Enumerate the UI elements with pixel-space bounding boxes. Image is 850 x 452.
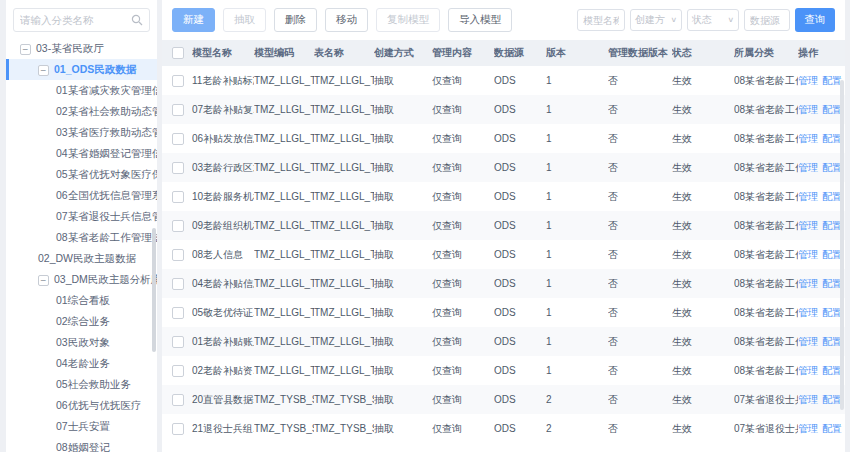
cell-status: 生效 [672, 364, 734, 378]
select-all-checkbox[interactable] [172, 47, 184, 59]
configure-link[interactable]: 配置 [822, 133, 842, 144]
cell-source: ODS [494, 307, 546, 318]
sidebar-scrollbar-thumb[interactable] [152, 228, 156, 352]
tree-item[interactable]: 08婚姻登记 [6, 437, 157, 452]
cell-method: 抽取 [374, 219, 432, 233]
cell-code: TMZ_LLGL_T... [254, 104, 314, 115]
cell-category: 08某省老龄工作管 [734, 132, 798, 146]
tree-item[interactable]: 05某省优抚对象医疗保障系统 [6, 164, 157, 185]
configure-link[interactable]: 配置 [822, 365, 842, 376]
manage-link[interactable]: 管理 [798, 336, 818, 347]
query-button[interactable]: 查询 [795, 8, 835, 32]
manage-link[interactable]: 管理 [798, 104, 818, 115]
configure-link[interactable]: 配置 [822, 336, 842, 347]
manage-link[interactable]: 管理 [798, 162, 818, 173]
collapse-minus-icon[interactable]: − [38, 65, 49, 76]
tree-item-label: 02某省社会救助动态管理系统 [56, 105, 157, 117]
manage-link[interactable]: 管理 [798, 133, 818, 144]
cell-source: ODS [494, 220, 546, 231]
cell-source: ODS [494, 394, 546, 405]
toolbar-button[interactable]: 新建 [172, 8, 215, 32]
cell-table-name: TMZ_LLGL_T... [314, 75, 374, 86]
toolbar-button[interactable]: 导入模型 [448, 8, 512, 32]
tree-item[interactable]: 04老龄业务 [6, 353, 157, 374]
row-checkbox-cell [162, 364, 192, 376]
configure-link[interactable]: 配置 [822, 394, 842, 405]
tree-item[interactable]: 01某省减灾救灾管理信息系统 [6, 80, 157, 101]
table-scrollbar-thumb[interactable] [840, 80, 844, 410]
manage-link[interactable]: 管理 [798, 365, 818, 376]
tree-item[interactable]: 05社会救助业务 [6, 374, 157, 395]
manage-link[interactable]: 管理 [798, 220, 818, 231]
toolbar-button[interactable]: 删除 [274, 8, 317, 32]
configure-link[interactable]: 配置 [822, 278, 842, 289]
tree-item[interactable]: 08某省老龄工作管理信息系统 [6, 227, 157, 248]
collapse-minus-icon[interactable]: − [38, 275, 49, 286]
manage-link[interactable]: 管理 [798, 307, 818, 318]
row-checkbox-cell [162, 422, 192, 434]
cell-status: 生效 [672, 190, 734, 204]
tree-item[interactable]: 06全国优抚信息管理系统 [6, 185, 157, 206]
collapse-minus-icon[interactable]: − [20, 44, 31, 55]
row-checkbox[interactable] [172, 104, 184, 116]
row-checkbox[interactable] [172, 162, 184, 174]
tree-item[interactable]: 02_DW民政主题数据 [6, 248, 157, 269]
row-checkbox[interactable] [172, 307, 184, 319]
configure-link[interactable]: 配置 [822, 191, 842, 202]
tree-item-label: 05某省优抚对象医疗保障系统 [56, 168, 157, 180]
row-checkbox[interactable] [172, 75, 184, 87]
manage-link[interactable]: 管理 [798, 249, 818, 260]
status-filter-select[interactable]: 状态 ∨ [687, 9, 739, 31]
cell-table-name: TMZ_TYSB_S... [314, 423, 374, 434]
manage-link[interactable]: 管理 [798, 394, 818, 405]
cell-method: 抽取 [374, 393, 432, 407]
tree-item[interactable]: −01_ODS民政数据 [6, 59, 157, 80]
row-checkbox[interactable] [172, 278, 184, 290]
datasource-filter-input[interactable] [744, 9, 790, 31]
configure-link[interactable]: 配置 [822, 162, 842, 173]
row-checkbox[interactable] [172, 191, 184, 203]
configure-link[interactable]: 配置 [822, 75, 842, 86]
tree-item[interactable]: 06优抚与优抚医疗 [6, 395, 157, 416]
row-checkbox[interactable] [172, 365, 184, 377]
toolbar-button[interactable]: 移动 [325, 8, 368, 32]
manage-link[interactable]: 管理 [798, 75, 818, 86]
configure-link[interactable]: 配置 [822, 104, 842, 115]
tree-item[interactable]: −03_DM民政主题分析库 [6, 269, 157, 290]
cell-category: 07某省退役士兵信 [734, 393, 798, 407]
category-search[interactable] [13, 8, 150, 32]
tree-item[interactable]: 03民政对象 [6, 332, 157, 353]
manage-link[interactable]: 管理 [798, 191, 818, 202]
category-search-input[interactable] [20, 14, 131, 26]
tree-item[interactable]: 04某省婚姻登记管理信息系统 [6, 143, 157, 164]
cell-content: 仅查询 [432, 364, 494, 378]
tree-item-label: 07某省退役士兵信息管理系统 [56, 210, 157, 222]
cell-name: 09老龄组织机构 [192, 219, 254, 233]
tree-item[interactable]: 07士兵安置 [6, 416, 157, 437]
row-checkbox[interactable] [172, 133, 184, 145]
configure-link[interactable]: 配置 [822, 220, 842, 231]
cell-category: 07某省退役士兵信 [734, 422, 798, 436]
cell-method: 抽取 [374, 422, 432, 436]
row-checkbox[interactable] [172, 423, 184, 435]
tree-item[interactable]: 02综合业务 [6, 311, 157, 332]
configure-link[interactable]: 配置 [822, 307, 842, 318]
manage-link[interactable]: 管理 [798, 278, 818, 289]
model-name-filter-input[interactable] [577, 9, 625, 31]
manage-link[interactable]: 管理 [798, 423, 818, 434]
tree-item[interactable]: 01综合看板 [6, 290, 157, 311]
row-checkbox[interactable] [172, 336, 184, 348]
tree-item[interactable]: 03某省医疗救助动态管理系统 [6, 122, 157, 143]
cell-version: 1 [546, 278, 608, 289]
tree-item[interactable]: 02某省社会救助动态管理系统 [6, 101, 157, 122]
configure-link[interactable]: 配置 [822, 423, 842, 434]
row-checkbox[interactable] [172, 394, 184, 406]
tree-item[interactable]: 07某省退役士兵信息管理系统 [6, 206, 157, 227]
creator-filter-select[interactable]: 创建方 ∨ [630, 9, 682, 31]
column-header: 管理内容 [432, 46, 494, 60]
row-checkbox[interactable] [172, 220, 184, 232]
cell-name: 05敬老优待证... [192, 306, 254, 320]
row-checkbox[interactable] [172, 249, 184, 261]
configure-link[interactable]: 配置 [822, 249, 842, 260]
tree-item[interactable]: −03-某省民政厅 [6, 38, 157, 59]
